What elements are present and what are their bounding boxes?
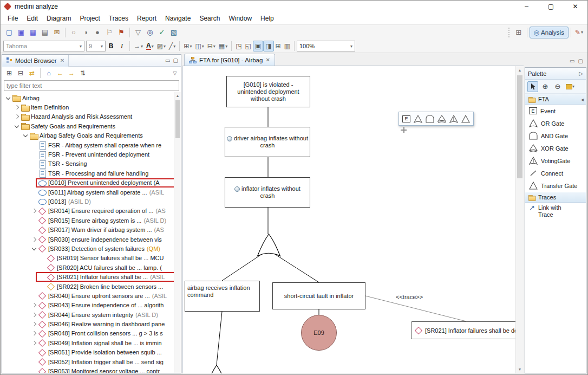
auto-layout-button[interactable]: ▦▾ <box>217 41 229 51</box>
tree-scrollbar[interactable]: ▴ <box>174 92 181 373</box>
or-gate-node-partial[interactable] <box>205 365 228 373</box>
close-button[interactable]: ✕ <box>563 1 587 12</box>
menu-file[interactable]: File <box>3 12 22 24</box>
forward-icon[interactable]: → <box>66 68 77 79</box>
tree-item[interactable]: Hazard Analysis and Risk Assessment <box>2 112 181 121</box>
select-tool[interactable] <box>527 81 538 92</box>
font-color-button[interactable]: A▾ <box>145 41 155 51</box>
tree-item[interactable]: [SR043] Ensure independence of ... algor… <box>2 301 181 310</box>
event-tool-icon[interactable]: E <box>402 115 410 122</box>
tree-item[interactable]: [SR020] ACU failures shall be ... lamp. … <box>2 263 181 272</box>
tree-item[interactable]: [G011] Airbag system shall operate ...(A… <box>2 188 181 197</box>
scrollbar-thumb[interactable] <box>517 75 522 178</box>
voting-gate-tool-icon[interactable] <box>449 115 458 123</box>
palette-item-and-gate[interactable]: AND Gate <box>525 130 586 142</box>
drawer-pin-icon[interactable]: ◂ <box>581 96 584 102</box>
home-icon[interactable]: ⌂ <box>43 68 54 79</box>
palette-item-voting-gate[interactable]: VotingGate <box>525 154 586 167</box>
palette-drawer-fta[interactable]: FTA ◂ <box>525 94 586 105</box>
font-size-combo[interactable]: 9 ▾ <box>86 41 106 51</box>
align-button[interactable]: ◫▾ <box>193 41 205 51</box>
snap-toggle[interactable]: ◨ <box>263 41 273 51</box>
close-icon[interactable]: ✕ <box>60 57 64 63</box>
xor-gate-tool-icon[interactable] <box>437 115 446 123</box>
fta-top-event-node[interactable]: [G010] is violated - unintended deployme… <box>226 76 310 107</box>
palette-item-link-with-trace[interactable]: ↗ Link with Trace <box>525 203 586 220</box>
menu-diagram[interactable]: Diagram <box>42 12 75 24</box>
maximize-panel-icon[interactable]: ▢ <box>578 58 583 64</box>
link-with-editor-icon[interactable]: ⇄ <box>27 68 37 79</box>
maximize-panel-icon[interactable]: ▢ <box>173 57 178 63</box>
tree-item[interactable]: TSR - Processing and failure handling <box>2 169 181 178</box>
page-breaks-button[interactable]: ⊞ <box>274 41 283 51</box>
expander-icon[interactable] <box>22 132 29 139</box>
tree-item[interactable]: [SR033] Detection of system failures(QM) <box>2 244 181 253</box>
expander-icon[interactable] <box>13 113 21 120</box>
italic-button[interactable]: I <box>116 41 127 51</box>
marker-tool-button[interactable]: ✎ ▾ <box>573 27 585 38</box>
zoom-marquee-button[interactable]: ◳ <box>234 41 243 51</box>
fta-intermediate-event-node[interactable]: driver airbag inflates without crash <box>225 127 310 157</box>
distribute-button[interactable]: ⊟▾ <box>206 41 217 51</box>
tree-item[interactable]: Safety Goals and Requirements <box>2 121 181 131</box>
report-icon[interactable]: ▧ <box>168 27 180 38</box>
expander-icon[interactable] <box>30 301 38 309</box>
review-flag-icon[interactable]: ⚑ <box>115 27 127 38</box>
tree-item[interactable]: TSR - Sensing <box>2 159 181 169</box>
menu-edit[interactable]: Edit <box>22 12 42 24</box>
tree-item[interactable]: [SR022] Broken line between sensors ... <box>2 282 181 291</box>
bold-button[interactable]: B <box>106 41 116 51</box>
fta-basic-event-node[interactable]: short-circuit fault in inflator <box>272 282 365 309</box>
menu-navigate[interactable]: Navigate <box>161 12 195 24</box>
sort-icon[interactable]: ⇅ <box>77 68 88 79</box>
floating-palette-toolbar[interactable]: E <box>398 112 474 126</box>
tree-item[interactable]: FSR - Prevent unintended deployment <box>2 150 181 159</box>
new-diagram-icon[interactable]: ▢ <box>3 27 15 38</box>
close-icon[interactable]: ✕ <box>265 57 270 63</box>
filter-input[interactable] <box>4 80 179 91</box>
validate-icon[interactable]: ✓ <box>156 27 168 38</box>
grid-toggle[interactable]: ▣ <box>253 41 263 51</box>
palette-drawer-traces[interactable]: Traces <box>525 192 586 203</box>
search-icon[interactable]: ◎ <box>144 27 156 38</box>
tree-item[interactable]: [SR051] Provide isolation between squib … <box>2 348 181 357</box>
maximize-button[interactable]: ▢ <box>539 1 563 12</box>
tree-item[interactable]: Airbag Safety Goals and Requirements <box>2 131 181 140</box>
menu-window[interactable]: Window <box>224 12 256 24</box>
or-gate-node[interactable] <box>257 234 281 257</box>
or-gate-tool-icon[interactable] <box>414 115 422 123</box>
comment-list-icon[interactable]: ● <box>92 27 103 38</box>
export-icon[interactable]: ✉ <box>51 27 63 38</box>
canvas-scrollbar[interactable]: ▴ ▾ <box>515 66 524 373</box>
zoom-out-tool[interactable]: ⊖ <box>552 81 563 92</box>
expander-icon[interactable] <box>30 339 38 347</box>
palette-item-event[interactable]: E Event <box>525 105 586 117</box>
tree-item-sr021[interactable]: [SR021] Inflator failures shall be ...(A… <box>2 272 181 281</box>
view-menu-icon[interactable]: ▽ <box>171 70 179 76</box>
palette-item-transfer-gate[interactable]: Transfer Gate <box>525 179 586 192</box>
scrollbar-thumb[interactable] <box>175 100 180 138</box>
minimize-button[interactable]: – <box>514 1 539 12</box>
tree-item[interactable]: Airbag <box>2 93 181 102</box>
tree-item-g010[interactable]: [G010] Prevent unintended deployment (A <box>2 178 181 188</box>
expander-icon[interactable] <box>4 94 12 102</box>
basic-event-circle[interactable]: E09 <box>301 315 337 351</box>
fill-color-button[interactable]: ▨▾ <box>155 41 167 51</box>
fta-intermediate-event-node[interactable]: inflator inflates without crash <box>225 177 310 208</box>
tab-fta-g010[interactable]: FTA for [G010] - Airbag ✕ <box>184 54 275 66</box>
scroll-up-icon[interactable]: ▴ <box>516 66 524 74</box>
tree-item[interactable]: FSR - Airbag system shall operate when r… <box>2 140 181 150</box>
comment-icon[interactable]: ○ <box>68 27 80 38</box>
tab-model-browser[interactable]: Model Browser ✕ <box>2 55 69 67</box>
print-icon[interactable]: ▤ <box>39 27 51 38</box>
tree-item[interactable]: [SR019] Sensor failures shall be ... MCU <box>2 254 181 263</box>
expander-icon[interactable] <box>30 311 38 319</box>
save-all-icon[interactable]: ▦ <box>27 27 39 38</box>
font-family-combo[interactable]: Tahoma ▾ <box>3 41 84 51</box>
tree-item[interactable]: [SR052] Inflation trigger shall be ... s… <box>2 357 181 366</box>
tree-item[interactable]: [SR046] Realize warning in dashboard pan… <box>2 319 181 328</box>
and-gate-tool-icon[interactable] <box>426 115 434 123</box>
minimize-panel-icon[interactable]: ▭ <box>570 58 574 64</box>
filter-icon[interactable]: ▽ <box>132 27 144 38</box>
analysis-perspective-button[interactable]: ◎ Analysis <box>530 27 569 38</box>
